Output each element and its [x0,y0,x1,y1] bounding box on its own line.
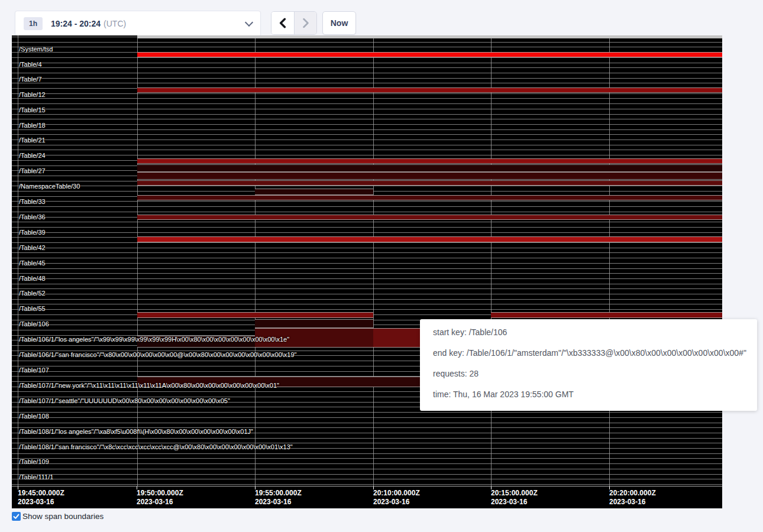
span-boundary-line [12,155,722,155]
span-boundary-line [12,119,722,119]
chevron-right-icon [302,18,309,28]
time-range-preset-badge: 1h [24,17,43,30]
span-boundary-line [12,150,722,150]
time-axis-label: 19:55:00.000Z2023-03-16 [255,489,302,507]
span-boundary-line [12,232,722,233]
span-boundary-line [12,273,722,274]
span-row-label: /Table/108/1/"san francisco"/"\x8c\xcc\x… [19,443,293,450]
span-boundary-line [12,453,722,454]
span-row-label: /Table/7 [19,76,42,83]
span-boundary-line [12,252,722,253]
span-boundary-line [12,222,722,222]
time-gridline [609,35,610,486]
span-boundary-line [12,479,722,479]
span-boundary-line [12,73,722,73]
span-row-label: /NamespaceTable/30 [19,183,80,190]
key-visualizer-page: 1h 19:24 - 20:24 (UTC) Now /System/tsd/T… [0,0,763,532]
span-row-label: /Table/36 [19,213,46,220]
heat-band [137,172,722,180]
span-row-label: /Table/27 [19,167,46,174]
span-boundary-line [12,484,722,485]
chevron-left-icon [279,18,286,28]
now-button[interactable]: Now [322,11,356,35]
span-boundary-line [12,299,722,300]
show-span-boundaries-checkbox[interactable] [12,512,21,521]
span-row-label: /Table/4 [19,61,42,68]
time-range-selector[interactable]: 1h 19:24 - 20:24 (UTC) [15,11,261,37]
heat-band [137,164,722,172]
show-span-boundaries-label: Show span boundaries [22,512,104,521]
span-boundary-line [12,268,722,269]
heat-band [137,158,722,164]
span-boundary-line [12,458,722,459]
time-axis: 19:45:00.000Z2023-03-1619:50:00.000Z2023… [12,486,722,508]
span-row-label: /Table/106 [19,320,49,327]
prev-range-button[interactable] [271,12,294,34]
time-gridline [18,35,18,486]
span-row-label: /Table/21 [19,137,46,144]
span-boundary-line [12,134,722,135]
span-row-label: /System/tsd [19,46,53,53]
heat-band [137,312,373,318]
span-boundary-line [12,114,722,115]
span-boundary-line [12,98,722,99]
span-boundary-line [12,309,722,310]
span-boundary-line [12,67,722,68]
span-boundary-line [12,63,722,63]
cell-tooltip: start key: /Table/106 end key: /Table/10… [420,319,757,411]
time-range-label: 19:24 - 20:24 [51,19,101,28]
time-axis-label: 19:45:00.000Z2023-03-16 [18,489,64,507]
span-boundary-line [12,201,722,202]
span-boundary-line [12,83,722,83]
span-row-label: /Table/45 [19,259,46,267]
span-row-label: /Table/107/1/"new york"/"\x11\x11\x11\x1… [19,382,279,389]
span-row-label: /Table/107 [19,366,49,374]
time-gridline [255,35,256,486]
span-boundary-line [12,93,722,94]
span-row-label: /Table/42 [19,244,46,251]
span-boundary-line [12,248,722,248]
span-row-label: /Table/108/1/"los angeles"/"\xa8\xf5\u00… [19,428,253,435]
chevron-down-icon [245,18,253,27]
time-nav-group [271,11,317,35]
tooltip-requests: requests: 28 [433,369,744,378]
span-boundary-line [12,412,722,413]
span-boundary-line [12,258,722,258]
time-range-timezone: (UTC) [104,19,126,28]
check-icon [13,513,20,520]
span-boundary-line [12,78,722,79]
tooltip-time: time: Thu, 16 Mar 2023 19:55:00 GMT [433,390,744,399]
span-boundary-line [12,145,722,145]
span-boundary-line [12,47,722,47]
span-boundary-line [12,242,722,243]
span-row-label: /Table/15 [19,106,46,113]
span-boundary-line [12,294,722,294]
span-boundary-line [12,140,722,140]
span-boundary-line [12,227,722,228]
heat-band [137,52,722,57]
span-boundary-line [12,288,722,289]
time-gridline [137,35,138,486]
span-boundary-line [12,438,722,439]
time-gridline [491,35,492,486]
tooltip-start-key: start key: /Table/106 [433,327,744,337]
span-boundary-line [12,186,722,186]
span-row-label: /Table/39 [19,229,46,236]
heat-band [491,312,722,318]
span-boundary-line [12,263,722,264]
span-row-label: /Table/33 [19,198,46,205]
heat-band [255,189,373,195]
span-boundary-line [12,124,722,125]
heat-band [137,236,722,242]
show-span-boundaries-row: Show span boundaries [12,512,104,521]
span-boundary-line [12,463,722,464]
heat-band [137,215,722,220]
keyvis-canvas[interactable]: /System/tsd/Table/4/Table/7/Table/12/Tab… [12,35,722,508]
span-row-label: /Table/48 [19,275,46,282]
next-range-button[interactable] [294,12,316,34]
heat-band [137,87,722,93]
span-boundary-line [12,129,722,130]
span-boundary-line [12,284,722,284]
heat-band [137,35,722,38]
time-axis-label: 19:50:00.000Z2023-03-16 [137,489,183,507]
